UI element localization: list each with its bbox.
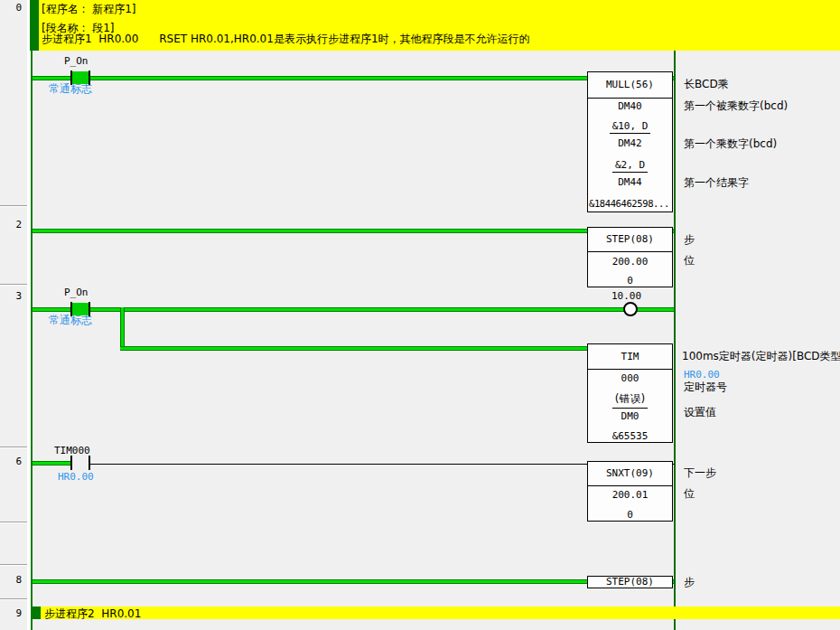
header-comment-bar[interactable]: [程序名 : 新程序1] [段名称 : 段1] 步进程序1 HR0.00 RSE… [39, 0, 840, 51]
mull-comment-op3: 第一个结果字 [684, 175, 749, 191]
margin-separator [0, 447, 27, 447]
step2-comment-title: 步 [684, 575, 695, 590]
rung-number-3[interactable]: 3 [0, 290, 22, 302]
tim-operand1: 000 [588, 372, 672, 384]
tim-comment-op2: 设置值 [684, 405, 716, 420]
rung3-output-coil[interactable] [623, 302, 638, 316]
mull-operand1: DM40 [588, 100, 672, 112]
step1-value: 0 [588, 275, 672, 287]
rung8-wire [33, 579, 674, 584]
rung-number-2[interactable]: 2 [0, 219, 22, 230]
rung3-branch-vertical [120, 307, 125, 351]
mull-monitor3: &2, D [612, 159, 648, 173]
rung0-contact-label: P_On [64, 55, 89, 67]
mull-monitor2: &10, D [610, 120, 651, 134]
margin-separator [0, 564, 27, 565]
rung-number-8[interactable]: 8 [0, 574, 22, 586]
rung0-contact-comment: 常通标志 [49, 81, 92, 97]
rung9-comment-bar[interactable]: 步进程序2 HR0.01 [33, 606, 840, 619]
rung-comment-line: 步进程序1 HR0.00 RSET HR0.01,HR0.01是表示执行步进程序… [42, 32, 530, 47]
mull-result-monitor: &18446462598... [589, 198, 673, 209]
mull-comment-title: 长BCD乘 [684, 77, 729, 92]
snxt-title: SNXT(09) [588, 462, 672, 486]
rung9-comment-marker [33, 606, 41, 619]
mull-instruction-block[interactable]: MULL(56) DM40 &10, D DM42 &2, D DM44 &18… [587, 71, 673, 212]
program-name-line: [程序名 : 新程序1] [42, 2, 135, 17]
tim-comment-op1: 定时器号 [684, 380, 727, 395]
mull-comment-op2: 第一个乘数字(bcd) [684, 136, 777, 152]
rung-margin: 0 2 3 6 8 9 [0, 0, 27, 630]
margin-separator [0, 522, 27, 522]
tim-operand2: DM0 [588, 410, 672, 422]
snxt-comment-title: 下一步 [684, 465, 716, 481]
snxt-operand1: 200.01 [588, 489, 672, 501]
rung-number-6[interactable]: 6 [0, 456, 22, 467]
mull-title: MULL(56) [588, 72, 672, 99]
contact-tick [70, 456, 72, 470]
mull-operand2: DM42 [588, 137, 672, 149]
rung-number-0[interactable]: 0 [0, 2, 22, 14]
margin-separator [0, 205, 27, 206]
snxt-instruction-block[interactable]: SNXT(09) 200.01 0 [587, 461, 673, 522]
right-power-rail [674, 0, 676, 630]
step1-title: STEP(08) [588, 228, 672, 252]
margin-separator [0, 598, 27, 599]
rung3-contact-label: P_On [64, 287, 89, 298]
header-comment-marker [30, 0, 39, 51]
step2-instruction-block[interactable]: STEP(08) [587, 576, 673, 588]
snxt-value: 0 [588, 509, 672, 521]
step1-instruction-block[interactable]: STEP(08) 200.00 0 [587, 227, 673, 287]
tim-monitor2: (错误) [612, 391, 648, 409]
step1-comment-op1: 位 [684, 253, 695, 268]
rung9-comment-text: 步进程序2 HR0.01 [44, 606, 141, 622]
rung3-contact-comment: 常通标志 [49, 313, 92, 328]
tim-comment-title: 100ms定时器(定时器)[BCD类型] [682, 349, 840, 364]
rung2-wire [33, 229, 674, 233]
rung0-wire [33, 76, 674, 80]
mull-comment-op1: 第一个被乘数字(bcd) [684, 99, 788, 114]
mull-operand3: DM44 [588, 176, 672, 188]
rung3-coil-label: 10.00 [611, 290, 641, 302]
rung6-contact-comment: HR0.00 [58, 471, 94, 483]
rung6-wire-left [33, 461, 72, 465]
ladder-editor: 0 2 3 6 8 9 [程序名 : 新程序1] [段名称 : 段1] 步进程序… [0, 0, 840, 630]
tim-current-value: &65535 [588, 430, 672, 442]
margin-separator [0, 284, 27, 285]
step1-operand1: 200.00 [588, 256, 672, 268]
rung6-contact-tim000[interactable] [70, 456, 90, 470]
step1-comment-title: 步 [684, 232, 695, 248]
snxt-comment-op1: 位 [684, 486, 695, 502]
rung6-contact-label: TIM000 [54, 445, 90, 456]
rung3-branch-wire [120, 346, 587, 351]
left-power-rail [31, 0, 33, 630]
rung3-wire [33, 307, 674, 312]
tim-title: TIM [588, 344, 672, 370]
contact-tick [89, 456, 90, 470]
rung-number-9[interactable]: 9 [0, 607, 22, 619]
tim-instruction-block[interactable]: TIM 000 (错误) DM0 &65535 [587, 343, 673, 443]
